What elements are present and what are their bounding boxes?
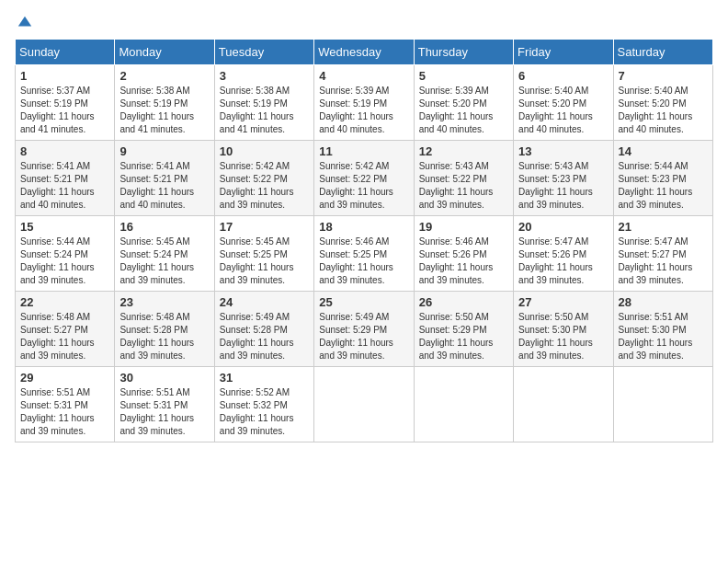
page-header — [15, 15, 713, 31]
calendar-cell — [414, 367, 513, 442]
day-number: 11 — [319, 144, 408, 158]
calendar-cell: 22Sunrise: 5:48 AMSunset: 5:27 PMDayligh… — [16, 292, 115, 367]
day-number: 14 — [619, 144, 708, 158]
day-header-thursday: Thursday — [414, 40, 513, 65]
day-info: Sunrise: 5:51 AMSunset: 5:30 PMDaylight:… — [619, 311, 708, 362]
day-number: 23 — [119, 295, 209, 309]
calendar-cell — [613, 367, 712, 442]
day-number: 4 — [319, 69, 408, 83]
calendar-cell: 9Sunrise: 5:41 AMSunset: 5:21 PMDaylight… — [115, 141, 214, 216]
day-info: Sunrise: 5:41 AMSunset: 5:21 PMDaylight:… — [20, 160, 109, 212]
day-header-sunday: Sunday — [16, 40, 115, 65]
day-number: 29 — [20, 371, 109, 385]
calendar-cell: 13Sunrise: 5:43 AMSunset: 5:23 PMDayligh… — [514, 141, 613, 216]
calendar-cell: 25Sunrise: 5:49 AMSunset: 5:29 PMDayligh… — [314, 292, 414, 367]
logo-icon — [17, 15, 33, 31]
day-info: Sunrise: 5:51 AMSunset: 5:31 PMDaylight:… — [119, 386, 209, 438]
day-info: Sunrise: 5:49 AMSunset: 5:28 PMDaylight:… — [220, 311, 309, 362]
calendar-cell: 8Sunrise: 5:41 AMSunset: 5:21 PMDaylight… — [16, 141, 115, 216]
svg-marker-0 — [18, 17, 31, 27]
day-info: Sunrise: 5:46 AMSunset: 5:26 PMDaylight:… — [419, 236, 508, 287]
calendar-table: SundayMondayTuesdayWednesdayThursdayFrid… — [15, 39, 713, 442]
calendar-week-1: 1Sunrise: 5:37 AMSunset: 5:19 PMDaylight… — [16, 65, 713, 141]
day-info: Sunrise: 5:51 AMSunset: 5:31 PMDaylight:… — [20, 386, 109, 438]
calendar-cell: 28Sunrise: 5:51 AMSunset: 5:30 PMDayligh… — [613, 292, 712, 367]
day-header-saturday: Saturday — [613, 40, 712, 65]
calendar-cell — [314, 367, 414, 442]
day-number: 3 — [220, 69, 309, 83]
day-number: 6 — [518, 69, 608, 83]
calendar-cell: 10Sunrise: 5:42 AMSunset: 5:22 PMDayligh… — [214, 141, 313, 216]
day-header-friday: Friday — [514, 40, 613, 65]
day-number: 9 — [119, 144, 209, 158]
day-number: 18 — [319, 220, 408, 234]
calendar-cell: 12Sunrise: 5:43 AMSunset: 5:22 PMDayligh… — [414, 141, 513, 216]
day-info: Sunrise: 5:48 AMSunset: 5:28 PMDaylight:… — [119, 311, 209, 362]
calendar-cell: 14Sunrise: 5:44 AMSunset: 5:23 PMDayligh… — [613, 141, 712, 216]
calendar-cell: 26Sunrise: 5:50 AMSunset: 5:29 PMDayligh… — [414, 292, 513, 367]
day-header-tuesday: Tuesday — [214, 40, 313, 65]
calendar-cell: 15Sunrise: 5:44 AMSunset: 5:24 PMDayligh… — [16, 216, 115, 292]
day-info: Sunrise: 5:41 AMSunset: 5:21 PMDaylight:… — [119, 160, 209, 212]
day-number: 31 — [220, 371, 309, 385]
day-number: 2 — [119, 69, 209, 83]
calendar-body: 1Sunrise: 5:37 AMSunset: 5:19 PMDaylight… — [16, 65, 713, 442]
day-number: 13 — [518, 144, 608, 158]
day-info: Sunrise: 5:43 AMSunset: 5:23 PMDaylight:… — [518, 160, 608, 212]
day-number: 27 — [518, 295, 608, 309]
day-info: Sunrise: 5:44 AMSunset: 5:24 PMDaylight:… — [20, 236, 109, 287]
calendar-cell: 6Sunrise: 5:40 AMSunset: 5:20 PMDaylight… — [514, 65, 613, 141]
calendar-cell: 1Sunrise: 5:37 AMSunset: 5:19 PMDaylight… — [16, 65, 115, 141]
day-info: Sunrise: 5:42 AMSunset: 5:22 PMDaylight:… — [220, 160, 309, 212]
day-info: Sunrise: 5:38 AMSunset: 5:19 PMDaylight:… — [220, 85, 309, 136]
calendar-cell: 7Sunrise: 5:40 AMSunset: 5:20 PMDaylight… — [613, 65, 712, 141]
calendar-week-3: 15Sunrise: 5:44 AMSunset: 5:24 PMDayligh… — [16, 216, 713, 292]
calendar-cell: 16Sunrise: 5:45 AMSunset: 5:24 PMDayligh… — [115, 216, 214, 292]
day-info: Sunrise: 5:40 AMSunset: 5:20 PMDaylight:… — [518, 85, 608, 136]
calendar-cell: 2Sunrise: 5:38 AMSunset: 5:19 PMDaylight… — [115, 65, 214, 141]
day-number: 19 — [419, 220, 508, 234]
day-info: Sunrise: 5:37 AMSunset: 5:19 PMDaylight:… — [20, 85, 109, 136]
calendar-cell: 21Sunrise: 5:47 AMSunset: 5:27 PMDayligh… — [613, 216, 712, 292]
calendar-cell — [514, 367, 613, 442]
day-number: 7 — [619, 69, 708, 83]
calendar-cell: 23Sunrise: 5:48 AMSunset: 5:28 PMDayligh… — [115, 292, 214, 367]
day-header-monday: Monday — [115, 40, 214, 65]
day-number: 26 — [419, 295, 508, 309]
day-info: Sunrise: 5:44 AMSunset: 5:23 PMDaylight:… — [619, 160, 708, 212]
day-number: 17 — [220, 220, 309, 234]
day-info: Sunrise: 5:39 AMSunset: 5:20 PMDaylight:… — [419, 85, 508, 136]
calendar-cell: 5Sunrise: 5:39 AMSunset: 5:20 PMDaylight… — [414, 65, 513, 141]
day-number: 24 — [220, 295, 309, 309]
day-info: Sunrise: 5:42 AMSunset: 5:22 PMDaylight:… — [319, 160, 408, 212]
day-info: Sunrise: 5:38 AMSunset: 5:19 PMDaylight:… — [119, 85, 209, 136]
day-number: 12 — [419, 144, 508, 158]
calendar-cell: 20Sunrise: 5:47 AMSunset: 5:26 PMDayligh… — [514, 216, 613, 292]
day-info: Sunrise: 5:47 AMSunset: 5:26 PMDaylight:… — [518, 236, 608, 287]
day-number: 21 — [619, 220, 708, 234]
calendar-cell: 4Sunrise: 5:39 AMSunset: 5:19 PMDaylight… — [314, 65, 414, 141]
day-info: Sunrise: 5:43 AMSunset: 5:22 PMDaylight:… — [419, 160, 508, 212]
calendar-week-2: 8Sunrise: 5:41 AMSunset: 5:21 PMDaylight… — [16, 141, 713, 216]
day-number: 15 — [20, 220, 109, 234]
calendar-cell: 24Sunrise: 5:49 AMSunset: 5:28 PMDayligh… — [214, 292, 313, 367]
logo — [15, 15, 33, 31]
day-info: Sunrise: 5:48 AMSunset: 5:27 PMDaylight:… — [20, 311, 109, 362]
calendar-header: SundayMondayTuesdayWednesdayThursdayFrid… — [16, 40, 713, 65]
calendar-week-5: 29Sunrise: 5:51 AMSunset: 5:31 PMDayligh… — [16, 367, 713, 442]
day-number: 8 — [20, 144, 109, 158]
calendar-cell: 11Sunrise: 5:42 AMSunset: 5:22 PMDayligh… — [314, 141, 414, 216]
day-number: 22 — [20, 295, 109, 309]
day-info: Sunrise: 5:52 AMSunset: 5:32 PMDaylight:… — [220, 386, 309, 438]
calendar-cell: 30Sunrise: 5:51 AMSunset: 5:31 PMDayligh… — [115, 367, 214, 442]
calendar-week-4: 22Sunrise: 5:48 AMSunset: 5:27 PMDayligh… — [16, 292, 713, 367]
day-info: Sunrise: 5:45 AMSunset: 5:24 PMDaylight:… — [119, 236, 209, 287]
day-info: Sunrise: 5:40 AMSunset: 5:20 PMDaylight:… — [619, 85, 708, 136]
day-info: Sunrise: 5:45 AMSunset: 5:25 PMDaylight:… — [220, 236, 309, 287]
day-number: 1 — [20, 69, 109, 83]
day-number: 20 — [518, 220, 608, 234]
calendar-cell: 19Sunrise: 5:46 AMSunset: 5:26 PMDayligh… — [414, 216, 513, 292]
day-info: Sunrise: 5:50 AMSunset: 5:29 PMDaylight:… — [419, 311, 508, 362]
calendar-cell: 29Sunrise: 5:51 AMSunset: 5:31 PMDayligh… — [16, 367, 115, 442]
day-info: Sunrise: 5:49 AMSunset: 5:29 PMDaylight:… — [319, 311, 408, 362]
